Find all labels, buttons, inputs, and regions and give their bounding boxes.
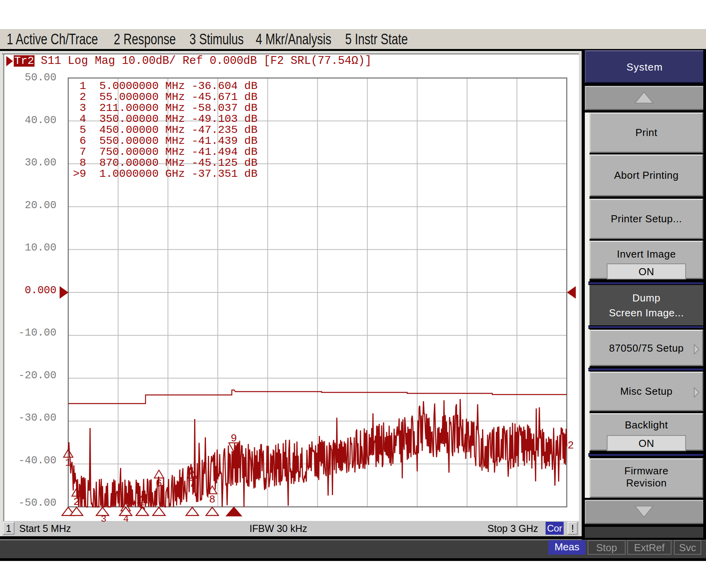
svg-text:8: 8 xyxy=(209,494,215,506)
svg-text:9: 9 xyxy=(231,433,237,445)
svg-text:2: 2 xyxy=(73,496,80,508)
svg-text:7: 7 xyxy=(189,478,195,490)
svg-text:1: 1 xyxy=(65,457,71,469)
svg-text:6: 6 xyxy=(156,478,162,490)
